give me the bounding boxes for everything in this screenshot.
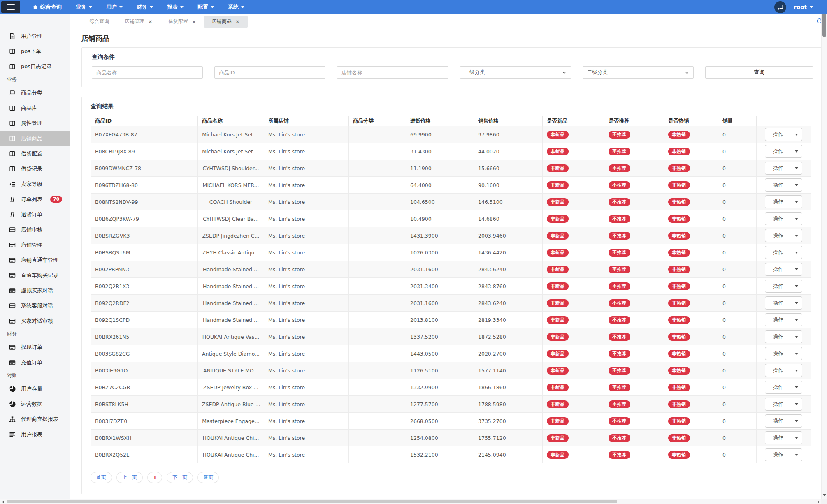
nav-menu-item[interactable]: 系统 [228, 3, 244, 11]
action-dropdown-toggle[interactable] [791, 263, 802, 275]
page-button-尾页[interactable]: 尾页 [197, 472, 219, 483]
sidebar-item-退货订单[interactable]: 退货订单 [0, 207, 70, 222]
action-dropdown-toggle[interactable] [791, 196, 802, 208]
sidebar-item-运营数据[interactable]: 运营数据 [0, 396, 70, 412]
action-split-button[interactable]: 操作 [765, 212, 802, 225]
sidebar-item-借贷记录[interactable]: 借贷记录 [0, 161, 70, 176]
horizontal-scrollbar-thumb[interactable] [7, 500, 617, 503]
action-dropdown-toggle[interactable] [791, 297, 802, 309]
action-split-button[interactable]: 操作 [765, 178, 802, 192]
action-split-button[interactable]: 操作 [765, 246, 802, 259]
sidebar-item-店铺审核[interactable]: 店铺审核 [0, 222, 70, 237]
action-button-label[interactable]: 操作 [765, 381, 791, 393]
messages-button[interactable] [774, 1, 786, 13]
action-button-label[interactable]: 操作 [765, 263, 791, 275]
nav-menu-item[interactable]: 业务 [76, 3, 92, 11]
page-button-首页[interactable]: 首页 [91, 472, 112, 483]
sidebar-item-pos下单[interactable]: pos下单 [0, 44, 70, 59]
sidebar-item-店铺直通车管理[interactable]: 店铺直通车管理 [0, 252, 70, 268]
sidebar-item-pos日志记录[interactable]: pos日志记录 [0, 59, 70, 74]
action-dropdown-toggle[interactable] [791, 128, 802, 141]
nav-menu-item[interactable]: 财务 [137, 3, 153, 11]
product-name-input[interactable] [92, 66, 203, 79]
store-name-input[interactable] [337, 66, 448, 79]
sidebar-item-系统客服对话[interactable]: 系统客服对话 [0, 298, 70, 313]
action-dropdown-toggle[interactable] [791, 415, 802, 427]
action-dropdown-toggle[interactable] [791, 229, 802, 242]
action-button-label[interactable]: 操作 [765, 196, 791, 208]
search-button[interactable]: 查询 [705, 66, 813, 79]
action-split-button[interactable]: 操作 [765, 229, 802, 242]
sidebar-item-商品库[interactable]: 商品库 [0, 100, 70, 116]
scroll-right-arrow-icon[interactable] [815, 499, 821, 504]
sidebar-item-代理商充提报表[interactable]: 代理商充提报表 [0, 412, 70, 427]
action-split-button[interactable]: 操作 [765, 195, 802, 208]
action-dropdown-toggle[interactable] [791, 432, 802, 444]
sidebar-item-用户管理[interactable]: 用户管理 [0, 28, 70, 44]
user-menu[interactable]: root [794, 4, 813, 10]
action-dropdown-toggle[interactable] [791, 314, 802, 326]
action-button-label[interactable]: 操作 [765, 213, 791, 225]
action-split-button[interactable]: 操作 [765, 145, 802, 158]
tab-店铺商品[interactable]: 店铺商品× [204, 16, 248, 28]
page-button-上一页[interactable]: 上一页 [116, 472, 143, 483]
level2-category-select[interactable]: 二级分类 [583, 66, 694, 79]
sidebar-item-用户存量[interactable]: 用户存量 [0, 381, 70, 396]
sidebar-item-店铺管理[interactable]: 店铺管理 [0, 237, 70, 252]
action-dropdown-toggle[interactable] [791, 162, 802, 174]
action-button-label[interactable]: 操作 [765, 280, 791, 292]
sidebar-item-用户报表[interactable]: 用户报表 [0, 427, 70, 442]
action-split-button[interactable]: 操作 [765, 128, 802, 141]
sidebar-item-卖家等级[interactable]: 卖家等级 [0, 176, 70, 192]
action-button-label[interactable]: 操作 [765, 331, 791, 343]
action-button-label[interactable]: 操作 [765, 162, 791, 174]
sidebar-item-商品分类[interactable]: 商品分类 [0, 85, 70, 100]
action-dropdown-toggle[interactable] [791, 364, 802, 377]
sidebar-item-买家对话审核[interactable]: 买家对话审核 [0, 313, 70, 328]
action-split-button[interactable]: 操作 [765, 431, 802, 444]
sidebar-item-直通车购买记录[interactable]: 直通车购买记录 [0, 268, 70, 283]
action-button-label[interactable]: 操作 [765, 347, 791, 360]
close-icon[interactable]: × [148, 19, 153, 24]
action-split-button[interactable]: 操作 [765, 364, 802, 377]
nav-menu-item[interactable]: 用户 [106, 3, 123, 11]
action-split-button[interactable]: 操作 [765, 263, 802, 276]
nav-menu-item[interactable]: 配置 [197, 3, 214, 11]
action-split-button[interactable]: 操作 [765, 296, 802, 310]
action-dropdown-toggle[interactable] [791, 449, 802, 461]
action-dropdown-toggle[interactable] [791, 347, 802, 360]
action-button-label[interactable]: 操作 [765, 179, 791, 191]
action-button-label[interactable]: 操作 [765, 128, 791, 141]
action-split-button[interactable]: 操作 [765, 414, 802, 428]
scroll-left-arrow-icon[interactable] [0, 499, 6, 504]
action-button-label[interactable]: 操作 [765, 364, 791, 377]
action-split-button[interactable]: 操作 [765, 313, 802, 326]
horizontal-scrollbar[interactable] [0, 499, 821, 504]
close-icon[interactable]: × [192, 19, 196, 24]
action-dropdown-toggle[interactable] [791, 145, 802, 157]
action-button-label[interactable]: 操作 [765, 246, 791, 259]
action-button-label[interactable]: 操作 [765, 145, 791, 157]
action-button-label[interactable]: 操作 [765, 449, 791, 461]
sidebar-item-借贷配置[interactable]: 借贷配置 [0, 146, 70, 161]
action-split-button[interactable]: 操作 [765, 280, 802, 293]
sidebar-item-充值订单[interactable]: 充值订单 [0, 355, 70, 370]
tab-综合查询[interactable]: 综合查询 [81, 16, 117, 28]
action-button-label[interactable]: 操作 [765, 432, 791, 444]
tab-借贷配置[interactable]: 借贷配置× [160, 16, 204, 28]
sidebar-item-店铺商品[interactable]: 店铺商品 [0, 131, 70, 146]
action-button-label[interactable]: 操作 [765, 314, 791, 326]
action-button-label[interactable]: 操作 [765, 398, 791, 410]
product-id-input[interactable] [214, 66, 325, 79]
vertical-scrollbar[interactable] [821, 0, 827, 499]
action-dropdown-toggle[interactable] [791, 398, 802, 410]
nav-menu-item[interactable]: 报表 [167, 3, 184, 11]
action-dropdown-toggle[interactable] [791, 213, 802, 225]
action-split-button[interactable]: 操作 [765, 162, 802, 175]
action-split-button[interactable]: 操作 [765, 347, 802, 360]
action-button-label[interactable]: 操作 [765, 415, 791, 427]
action-dropdown-toggle[interactable] [791, 179, 802, 191]
nav-menu-item[interactable]: 综合查询 [33, 3, 62, 11]
sidebar-item-订单列表[interactable]: 订单列表70 [0, 192, 70, 207]
level1-category-select[interactable]: 一级分类 [460, 66, 571, 79]
